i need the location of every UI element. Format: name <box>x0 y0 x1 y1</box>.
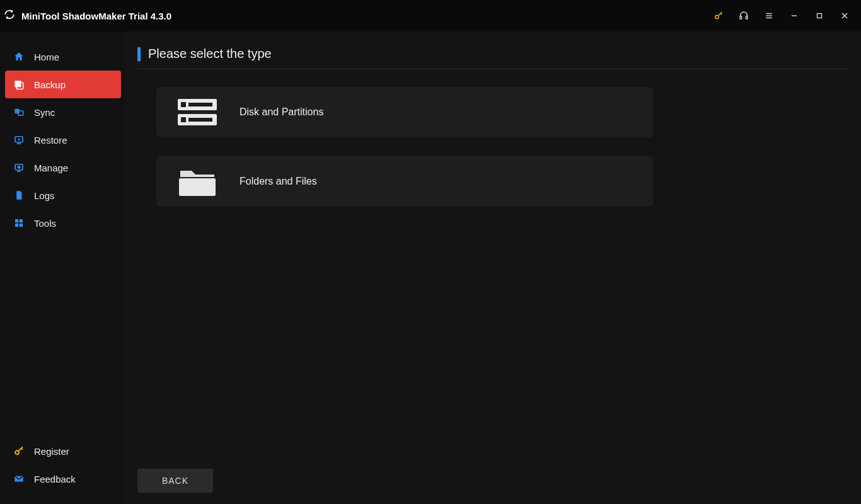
svg-rect-30 <box>179 178 216 196</box>
page-title: Please select the type <box>148 47 272 61</box>
sidebar-feedback[interactable]: Feedback <box>5 465 121 493</box>
svg-point-0 <box>715 15 719 18</box>
sidebar-item-label: Tools <box>34 218 113 229</box>
sidebar-item-label: Logs <box>34 190 113 201</box>
svg-rect-29 <box>188 118 212 122</box>
disk-partitions-icon <box>175 95 219 129</box>
sidebar-item-label: Sync <box>34 107 113 118</box>
page-header: Please select the type <box>137 47 850 69</box>
sidebar-item-label: Home <box>34 52 113 62</box>
sidebar-bottom-label: Register <box>34 446 69 457</box>
svg-rect-2 <box>746 16 748 20</box>
svg-rect-26 <box>188 103 212 106</box>
tools-icon <box>13 217 25 229</box>
app-title: MiniTool ShadowMaker Trial 4.3.0 <box>21 11 171 21</box>
svg-rect-7 <box>818 14 822 18</box>
svg-rect-19 <box>15 219 18 222</box>
backup-icon <box>13 78 25 91</box>
option-label: Folders and Files <box>240 176 317 187</box>
svg-rect-21 <box>15 224 18 227</box>
sidebar-item-label: Restore <box>34 135 113 146</box>
svg-point-23 <box>15 450 19 454</box>
svg-rect-28 <box>181 117 186 122</box>
mail-icon <box>13 472 25 485</box>
sidebar-bottom-label: Feedback <box>34 474 76 484</box>
app-logo-icon <box>4 9 15 23</box>
sidebar-item-logs[interactable]: Logs <box>5 181 121 209</box>
manage-icon <box>13 161 25 174</box>
sync-icon <box>13 106 25 118</box>
sidebar-item-restore[interactable]: Restore <box>5 126 121 154</box>
option-folders-and-files[interactable]: Folders and Files <box>156 156 653 207</box>
close-button[interactable] <box>835 6 855 26</box>
sidebar-item-manage[interactable]: Manage <box>5 154 121 181</box>
back-button[interactable]: BACK <box>137 469 213 493</box>
svg-rect-1 <box>740 16 742 20</box>
svg-rect-10 <box>14 81 21 88</box>
restore-icon <box>13 134 25 146</box>
sidebar-item-backup[interactable]: Backup <box>5 71 121 98</box>
minimize-button[interactable] <box>784 6 804 26</box>
main-panel: Please select the type Disk <box>126 32 861 504</box>
sidebar-item-tools[interactable]: Tools <box>5 209 121 237</box>
titlebar: MiniTool ShadowMaker Trial 4.3.0 <box>0 0 861 32</box>
home-icon <box>13 50 25 63</box>
sidebar-item-home[interactable]: Home <box>5 43 121 71</box>
svg-rect-20 <box>20 219 23 222</box>
app-body: Home Backup Sync Restore <box>0 32 861 504</box>
sidebar: Home Backup Sync Restore <box>0 32 126 504</box>
back-button-label: BACK <box>162 476 188 486</box>
register-key-button[interactable] <box>708 6 729 26</box>
sidebar-item-label: Manage <box>34 163 113 173</box>
sidebar-register[interactable]: Register <box>5 437 121 465</box>
header-accent-bar <box>137 47 141 61</box>
app-window: MiniTool ShadowMaker Trial 4.3.0 <box>0 0 861 504</box>
svg-rect-22 <box>20 224 23 227</box>
svg-point-17 <box>18 166 20 168</box>
key-icon <box>13 445 25 457</box>
option-label: Disk and Partitions <box>240 106 323 118</box>
maximize-button[interactable] <box>809 6 829 26</box>
sidebar-item-label: Backup <box>34 79 113 90</box>
svg-rect-25 <box>181 102 186 107</box>
main-footer: BACK <box>137 464 850 493</box>
menu-button[interactable] <box>759 6 779 26</box>
sidebar-item-sync[interactable]: Sync <box>5 98 121 126</box>
support-button[interactable] <box>734 6 754 26</box>
folder-icon <box>175 164 219 198</box>
type-options: Disk and Partitions Folders and Files <box>156 87 850 207</box>
option-disk-and-partitions[interactable]: Disk and Partitions <box>156 87 653 137</box>
logs-icon <box>13 189 25 202</box>
